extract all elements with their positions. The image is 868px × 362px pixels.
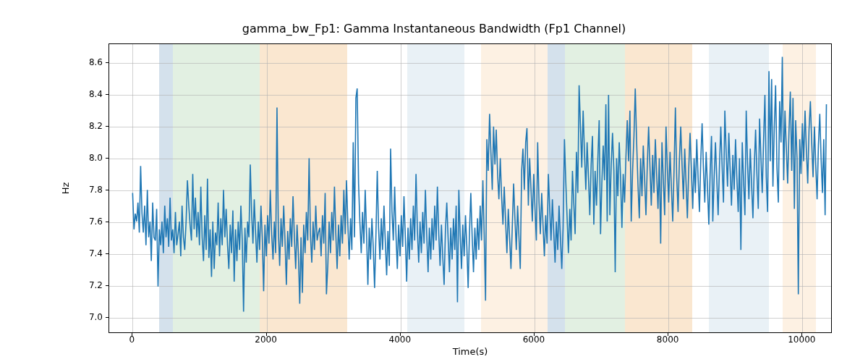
chart-axes	[109, 43, 832, 333]
x-tick-label: 0	[129, 334, 135, 345]
y-tick-label: 8.2	[89, 121, 103, 131]
y-tick-label: 8.6	[89, 57, 103, 67]
x-tickmark	[534, 333, 535, 336]
series-line	[132, 57, 826, 312]
y-axis-label: Hz	[60, 182, 71, 195]
x-tick-label: 10000	[788, 334, 815, 345]
y-tickmark	[106, 62, 109, 63]
x-axis-label: Time(s)	[453, 346, 488, 357]
y-tickmark	[106, 190, 109, 190]
x-tick-label: 6000	[523, 334, 545, 345]
x-tickmark	[400, 333, 401, 336]
y-tick-label: 7.6	[89, 216, 103, 227]
x-tickmark	[668, 333, 668, 336]
y-tickmark	[106, 285, 109, 286]
y-tickmark	[106, 253, 109, 254]
figure: gamma_bw_Fp1: Gamma Instantaneous Bandwi…	[0, 0, 868, 362]
chart-title: gamma_bw_Fp1: Gamma Instantaneous Bandwi…	[0, 22, 868, 35]
y-tickmark	[106, 94, 109, 95]
y-tickmark	[106, 126, 109, 127]
x-tickmark	[132, 333, 132, 336]
y-tick-label: 8.0	[89, 153, 103, 163]
y-tick-label: 7.8	[89, 185, 103, 195]
y-tick-label: 8.4	[89, 89, 103, 99]
y-tick-label: 7.4	[89, 248, 103, 258]
y-tickmark	[106, 317, 109, 318]
x-tickmark	[266, 333, 267, 336]
y-tickmark	[106, 158, 109, 159]
x-tick-label: 4000	[388, 334, 411, 345]
y-tick-label: 7.0	[89, 312, 103, 322]
y-tick-label: 7.2	[89, 280, 103, 290]
x-tick-label: 2000	[255, 334, 277, 345]
x-tick-label: 8000	[657, 334, 679, 345]
x-tickmark	[801, 333, 802, 336]
y-tickmark	[106, 222, 109, 222]
line-plot	[109, 44, 831, 332]
